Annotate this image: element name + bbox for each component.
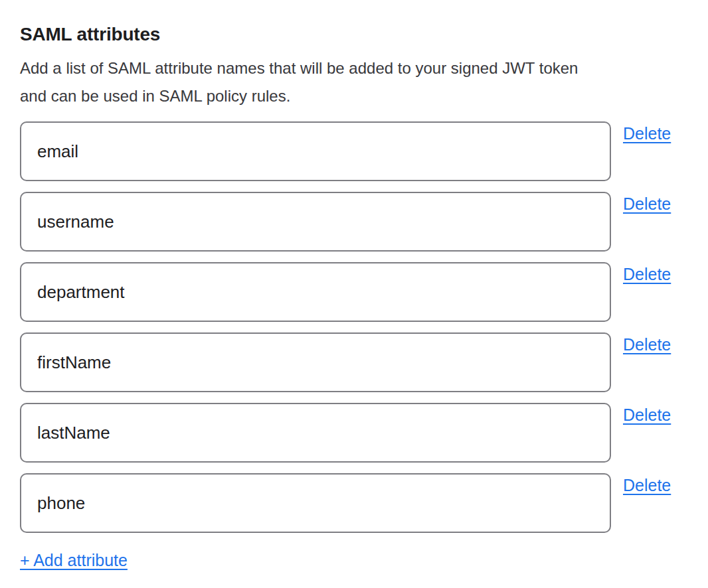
delete-link[interactable]: Delete bbox=[623, 123, 671, 144]
page-title: SAML attributes bbox=[20, 24, 688, 45]
attribute-row: Delete bbox=[20, 473, 688, 533]
attribute-row: Delete bbox=[20, 121, 688, 181]
attribute-list: Delete Delete Delete Delete Delete Delet… bbox=[20, 121, 688, 533]
attribute-input-email[interactable] bbox=[20, 121, 611, 181]
section-description: Add a list of SAML attribute names that … bbox=[20, 54, 688, 110]
section-description-line-2: and can be used in SAML policy rules. bbox=[20, 82, 688, 110]
saml-attributes-section: SAML attributes Add a list of SAML attri… bbox=[0, 24, 708, 570]
attribute-input-lastname[interactable] bbox=[20, 403, 611, 463]
delete-link[interactable]: Delete bbox=[623, 475, 671, 496]
attribute-row: Delete bbox=[20, 332, 688, 392]
attribute-row: Delete bbox=[20, 403, 688, 463]
attribute-row: Delete bbox=[20, 262, 688, 322]
add-attribute-link[interactable]: + Add attribute bbox=[20, 550, 128, 570]
attribute-input-department[interactable] bbox=[20, 262, 611, 322]
attribute-input-firstname[interactable] bbox=[20, 332, 611, 392]
attribute-input-username[interactable] bbox=[20, 192, 611, 252]
section-description-line-1: Add a list of SAML attribute names that … bbox=[20, 54, 688, 82]
delete-link[interactable]: Delete bbox=[623, 263, 671, 285]
delete-link[interactable]: Delete bbox=[623, 404, 671, 425]
attribute-input-phone[interactable] bbox=[20, 473, 611, 533]
delete-link[interactable]: Delete bbox=[623, 334, 671, 355]
attribute-row: Delete bbox=[20, 192, 688, 252]
delete-link[interactable]: Delete bbox=[623, 193, 671, 214]
